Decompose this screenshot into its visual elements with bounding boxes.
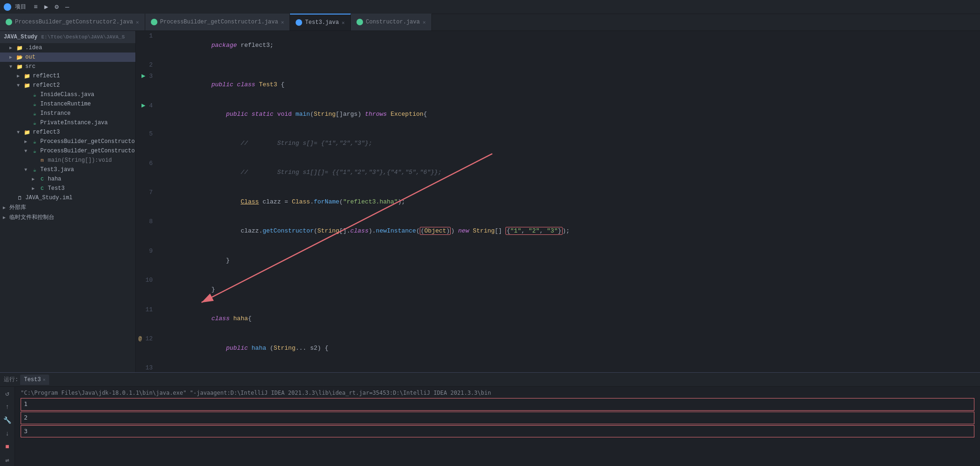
line-num-11: 11 bbox=[136, 305, 158, 334]
code-line-8: 8 clazz.getConstructor(String[].class).n… bbox=[136, 217, 980, 246]
kw-class-11: class bbox=[211, 315, 230, 322]
chevron-idea: ▶ bbox=[9, 45, 16, 51]
sidebar-label-instanceruntime: InstanceRuntime bbox=[40, 101, 91, 107]
bookmark-12: @ bbox=[138, 336, 141, 342]
sidebar-label-reflect2: reflect2 bbox=[33, 82, 60, 89]
code-line-2: 2 bbox=[136, 60, 980, 70]
fn-newinstance: newInstance bbox=[376, 227, 416, 234]
main-area: JAVA_Study E:\Ttoc\Desktop\JAVA\JAVA_S ▶… bbox=[0, 31, 980, 372]
bottom-tab-test3[interactable]: Test3 ✕ bbox=[20, 375, 49, 385]
tab-processbuilderconstructor1[interactable]: ProcessBuilder_getConstructor1.java ✕ bbox=[145, 14, 290, 30]
sidebar-item-privateinstance[interactable]: ☕ PrivateInstance.java bbox=[0, 118, 135, 128]
sidebar-item-haha-class[interactable]: ▶ C haha bbox=[0, 174, 135, 184]
sidebar-item-temp-files[interactable]: ▶ 临时文件和控制台 bbox=[0, 212, 135, 222]
wrap-btn[interactable]: ⇌ bbox=[4, 455, 10, 465]
sidebar-item-src[interactable]: ▼ 📁 src bbox=[0, 62, 135, 71]
sidebar-label-iml: JAVA_Study.iml bbox=[25, 195, 73, 201]
line-num-10: 10 bbox=[136, 275, 158, 304]
code-container[interactable]: 1 package reflect3; 2 ▶ 3 bbox=[136, 31, 980, 372]
sidebar: JAVA_Study E:\Ttoc\Desktop\JAVA\JAVA_S ▶… bbox=[0, 31, 136, 372]
sidebar-item-reflect2[interactable]: ▼ 📁 reflect2 bbox=[0, 81, 135, 90]
keyword-package: package bbox=[211, 42, 237, 49]
sidebar-item-test3-class[interactable]: ▶ C Test3 bbox=[0, 184, 135, 193]
sidebar-item-pb-constructor1[interactable]: ▶ ☕ ProcessBuilder_getConstructor1 bbox=[0, 137, 135, 146]
cls-exception: Exception bbox=[391, 111, 423, 118]
var-clazz-2: clazz bbox=[241, 227, 259, 234]
tab-close-3[interactable]: ✕ bbox=[342, 20, 345, 26]
sidebar-label-main: main(String[]):void bbox=[48, 157, 112, 164]
scroll-up-btn[interactable]: ↑ bbox=[4, 402, 10, 412]
sidebar-item-reflect1[interactable]: ▶ 📁 reflect1 bbox=[0, 71, 135, 81]
bottom-tab-label: Test3 bbox=[24, 376, 41, 383]
chevron-test3-class: ▶ bbox=[32, 186, 38, 191]
line-num-2: 2 bbox=[136, 60, 158, 70]
sidebar-item-idea[interactable]: ▶ 📁 .idea bbox=[0, 43, 135, 53]
settings-btn[interactable]: ⚙ bbox=[53, 2, 60, 12]
tab-label-1: ProcessBuilder_getConstructor2.java bbox=[15, 19, 133, 25]
sidebar-item-instrance[interactable]: ☕ Instrance bbox=[0, 109, 135, 118]
tab-icon-3 bbox=[296, 19, 302, 26]
chevron-reflect2: ▼ bbox=[17, 83, 23, 88]
wrench-btn[interactable]: 🔧 bbox=[2, 415, 12, 425]
cls-class-2: Class bbox=[292, 198, 310, 205]
chevron-instanceruntime bbox=[24, 102, 31, 107]
cls-stringarr2: String bbox=[473, 227, 495, 234]
sidebar-item-out[interactable]: ▶ 📂 out bbox=[0, 53, 135, 62]
line-num-4: ▶ 4 bbox=[136, 100, 158, 129]
sidebar-item-insideclass[interactable]: ☕ InsideClass.java bbox=[0, 90, 135, 99]
cls-string-4: String bbox=[314, 111, 336, 118]
code-line-12: @ 12 public haha (String... s2) { bbox=[136, 334, 980, 363]
sidebar-label-test3-class: Test3 bbox=[48, 185, 65, 192]
chevron-pb2: ▼ bbox=[24, 149, 31, 154]
minimize-btn[interactable]: — bbox=[63, 2, 71, 12]
rerun-btn[interactable]: ↺ bbox=[4, 389, 10, 398]
code-line-10: 10 } bbox=[136, 275, 980, 304]
chevron-reflect3: ▼ bbox=[17, 130, 23, 135]
sidebar-item-external-lib[interactable]: ▶ 外部库 bbox=[0, 203, 135, 212]
code-line-7: 7 Class clazz = Class.forName("reflect3.… bbox=[136, 188, 980, 217]
sidebar-item-instanceruntime[interactable]: ☕ InstanceRuntime bbox=[0, 99, 135, 109]
cls-string-12: String bbox=[274, 345, 296, 352]
scroll-down-btn[interactable]: ↓ bbox=[4, 429, 10, 438]
output-cmd-line: "C:\Program Files\Java\jdk-18.0.1.1\bin\… bbox=[21, 390, 974, 396]
tab-constructor[interactable]: Constructor.java ✕ bbox=[351, 14, 432, 30]
tab-close-4[interactable]: ✕ bbox=[423, 19, 426, 25]
folder-icon-reflect1: 📁 bbox=[23, 72, 31, 80]
bottom-tab-close[interactable]: ✕ bbox=[43, 377, 45, 383]
output-line-3: 3 bbox=[21, 425, 974, 438]
sidebar-item-iml[interactable]: 🗒 JAVA_Study.iml bbox=[0, 193, 135, 203]
kw-void: void bbox=[277, 111, 292, 118]
java-icon-pb1: ☕ bbox=[31, 138, 38, 145]
sidebar-label-idea: .idea bbox=[25, 45, 42, 51]
tab-test3[interactable]: Test3.java ✕ bbox=[290, 14, 351, 30]
code-table: 1 package reflect3; 2 ▶ 3 bbox=[136, 31, 980, 372]
sidebar-label-reflect1: reflect1 bbox=[33, 73, 60, 79]
code-line-4: ▶ 4 public static void main(String[]args… bbox=[136, 100, 980, 129]
sidebar-label-src: src bbox=[25, 63, 36, 70]
line-num-6: 6 bbox=[136, 158, 158, 188]
bottom-content: ↺ ↑ 🔧 ↓ ■ ⇌ ⊞ "C:\Program Files\Java\jdk… bbox=[0, 387, 980, 466]
chevron-haha: ▶ bbox=[32, 176, 38, 182]
line-content-1: package reflect3; bbox=[158, 31, 980, 60]
project-menu[interactable]: 项目 bbox=[15, 3, 26, 11]
tab-processbuilderconstructor2[interactable]: ProcessBuilder_getConstructor2.java ✕ bbox=[0, 14, 145, 30]
chevron-main bbox=[32, 158, 38, 163]
tab-close-1[interactable]: ✕ bbox=[136, 19, 139, 25]
line-num-13: 13 bbox=[136, 363, 158, 372]
str-3: "3" bbox=[547, 227, 557, 234]
sidebar-item-main-method[interactable]: m main(String[]):void bbox=[0, 156, 135, 165]
tab-close-2[interactable]: ✕ bbox=[281, 19, 284, 25]
stop-btn[interactable]: ■ bbox=[4, 442, 10, 451]
sidebar-item-reflect3[interactable]: ▼ 📁 reflect3 bbox=[0, 128, 135, 137]
sidebar-item-test3[interactable]: ▼ ☕ Test3.java bbox=[0, 165, 135, 174]
sidebar-item-pb-constructor2[interactable]: ▼ ☕ ProcessBuilder_getConstructor2 bbox=[0, 146, 135, 156]
folder-icon-reflect3: 📁 bbox=[23, 128, 31, 136]
comment-5: // String s[]= {"1","2","3"}; bbox=[211, 140, 372, 147]
method-icon-main: m bbox=[38, 157, 46, 164]
menu-btn[interactable]: ≡ bbox=[32, 2, 39, 12]
java-icon-privateinstance: ☕ bbox=[31, 119, 38, 127]
run-btn[interactable]: ▶ bbox=[42, 2, 50, 12]
chevron-out: ▶ bbox=[9, 54, 16, 60]
code-line-3: ▶ 3 public class Test3 { bbox=[136, 70, 980, 99]
line-content-12: public haha (String... s2) { bbox=[158, 334, 980, 363]
